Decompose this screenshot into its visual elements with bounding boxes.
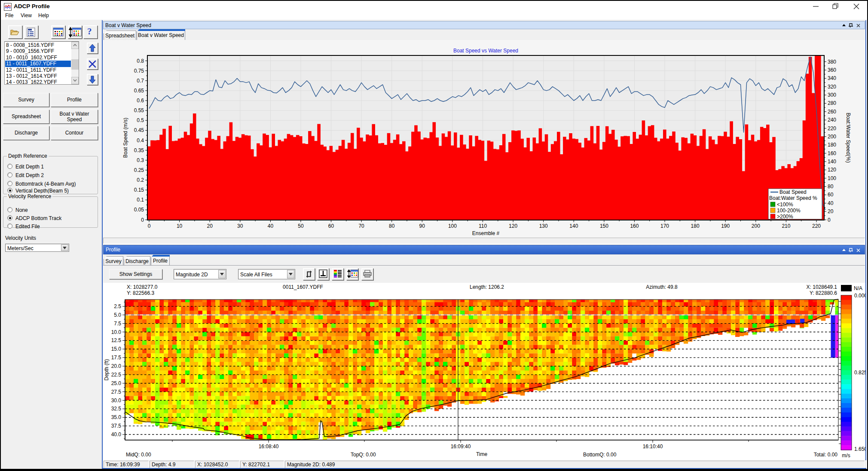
svg-text:0.8: 0.8 xyxy=(137,58,144,64)
svg-text:50: 50 xyxy=(298,223,304,229)
svg-text:340: 340 xyxy=(828,75,836,81)
svg-text:60: 60 xyxy=(328,223,334,229)
svg-text:0.5: 0.5 xyxy=(137,117,144,123)
svg-text:Y: 822566.3: Y: 822566.3 xyxy=(127,290,154,296)
svg-text:360: 360 xyxy=(828,67,836,73)
svg-text:220: 220 xyxy=(812,223,821,229)
svg-text:10: 10 xyxy=(177,223,183,229)
svg-text:X: 1028277.0: X: 1028277.0 xyxy=(127,284,158,290)
svg-text:Azimuth: 49.8: Azimuth: 49.8 xyxy=(646,284,678,290)
svg-text:190: 190 xyxy=(721,223,730,229)
svg-text:0: 0 xyxy=(828,217,831,223)
svg-text:170: 170 xyxy=(660,223,669,229)
svg-text:160: 160 xyxy=(828,150,836,156)
svg-text:70: 70 xyxy=(358,223,364,229)
svg-text:210: 210 xyxy=(782,223,790,229)
svg-text:20.0: 20.0 xyxy=(111,363,122,369)
svg-text:160: 160 xyxy=(630,223,639,229)
svg-text:30: 30 xyxy=(237,223,243,229)
svg-text:Length: 1206.2: Length: 1206.2 xyxy=(470,284,504,290)
svg-text:5.0: 5.0 xyxy=(114,312,121,318)
svg-text:0.4: 0.4 xyxy=(137,138,144,144)
svg-text:0.45: 0.45 xyxy=(134,127,144,133)
svg-text:0011_1607.YDFF: 0011_1607.YDFF xyxy=(283,284,323,290)
svg-text:40.0: 40.0 xyxy=(111,431,122,437)
svg-text:m/s: m/s xyxy=(842,453,850,459)
svg-text:100: 100 xyxy=(828,175,836,181)
svg-text:BottomQ: 0.00: BottomQ: 0.00 xyxy=(583,452,617,458)
svg-text:Boat:Water Speed %: Boat:Water Speed % xyxy=(769,195,817,201)
svg-text:300: 300 xyxy=(828,92,836,98)
svg-text:0: 0 xyxy=(141,217,144,223)
svg-text:16:09:40: 16:09:40 xyxy=(451,443,471,450)
svg-text:16:10:40: 16:10:40 xyxy=(643,443,663,450)
svg-text:100-200%: 100-200% xyxy=(777,208,801,214)
svg-text:200: 200 xyxy=(752,223,760,229)
svg-text:12.5: 12.5 xyxy=(111,337,122,343)
svg-text:>200%: >200% xyxy=(777,214,793,220)
svg-text:0.15: 0.15 xyxy=(134,187,144,193)
svg-text:0.2: 0.2 xyxy=(137,177,144,183)
svg-text:7.5: 7.5 xyxy=(114,321,121,327)
svg-text:110: 110 xyxy=(479,223,487,229)
svg-text:120: 120 xyxy=(509,223,517,229)
svg-text:320: 320 xyxy=(828,84,836,90)
svg-text:1.650: 1.650 xyxy=(854,446,865,452)
svg-text:Boat:Water Speed(%): Boat:Water Speed(%) xyxy=(845,113,851,162)
svg-text:16:08:40: 16:08:40 xyxy=(259,443,279,450)
svg-text:32.5: 32.5 xyxy=(111,406,122,412)
svg-text:15.0: 15.0 xyxy=(111,346,122,352)
svg-text:0.000: 0.000 xyxy=(854,293,865,299)
svg-text:Total: 0.00: Total: 0.00 xyxy=(814,452,838,458)
svg-text:40: 40 xyxy=(828,200,834,206)
svg-text:140: 140 xyxy=(828,159,836,165)
svg-text:0: 0 xyxy=(148,223,151,229)
svg-text:Boat Speed (m/s): Boat Speed (m/s) xyxy=(122,118,128,158)
svg-text:0.55: 0.55 xyxy=(134,107,144,113)
svg-text:280: 280 xyxy=(828,100,836,106)
svg-text:120: 120 xyxy=(828,167,836,173)
svg-text:Depth (ft): Depth (ft) xyxy=(104,359,110,380)
svg-text:Boat Speed vs Water Speed: Boat Speed vs Water Speed xyxy=(453,48,518,54)
svg-text:0.6: 0.6 xyxy=(137,98,144,104)
svg-text:Boat Speed: Boat Speed xyxy=(779,189,807,195)
svg-text:260: 260 xyxy=(828,109,836,115)
svg-text:0.825: 0.825 xyxy=(854,370,865,376)
svg-text:Time: Time xyxy=(476,451,488,457)
svg-text:TopQ: 0.00: TopQ: 0.00 xyxy=(351,452,376,458)
svg-text:80: 80 xyxy=(389,223,395,229)
svg-text:0.75: 0.75 xyxy=(134,68,144,74)
svg-text:380: 380 xyxy=(828,59,836,65)
svg-text:X: 1028649.1: X: 1028649.1 xyxy=(807,284,837,290)
svg-text:0.25: 0.25 xyxy=(134,167,144,173)
svg-text:180: 180 xyxy=(691,223,700,229)
svg-text:180: 180 xyxy=(828,142,836,148)
svg-text:Ensemble #: Ensemble # xyxy=(472,230,500,236)
svg-text:2.5: 2.5 xyxy=(114,303,121,309)
svg-text:90: 90 xyxy=(419,223,425,229)
svg-text:140: 140 xyxy=(569,223,578,229)
svg-text:0.1: 0.1 xyxy=(137,197,144,203)
svg-text:27.5: 27.5 xyxy=(111,389,122,395)
svg-text:100: 100 xyxy=(448,223,457,229)
svg-text:35.0: 35.0 xyxy=(111,414,122,420)
svg-text:0.7: 0.7 xyxy=(137,78,144,84)
svg-text:220: 220 xyxy=(828,125,836,132)
svg-text:MidQ: 0.00: MidQ: 0.00 xyxy=(126,452,151,458)
svg-text:40: 40 xyxy=(268,223,274,229)
svg-text:37.5: 37.5 xyxy=(111,423,122,429)
svg-text:Y: 822880.6: Y: 822880.6 xyxy=(810,290,837,296)
svg-text:<100%: <100% xyxy=(777,202,793,208)
svg-text:22.5: 22.5 xyxy=(111,372,122,378)
svg-text:10.0: 10.0 xyxy=(111,329,122,335)
svg-text:60: 60 xyxy=(828,192,834,198)
svg-text:150: 150 xyxy=(600,223,608,229)
svg-text:20: 20 xyxy=(207,223,213,229)
svg-text:20: 20 xyxy=(828,208,834,214)
svg-text:130: 130 xyxy=(539,223,548,229)
svg-text:0.65: 0.65 xyxy=(134,88,144,94)
svg-text:17.5: 17.5 xyxy=(111,355,122,361)
svg-text:0.05: 0.05 xyxy=(134,207,144,213)
svg-text:25.0: 25.0 xyxy=(111,380,122,386)
svg-text:0.3: 0.3 xyxy=(137,157,144,163)
